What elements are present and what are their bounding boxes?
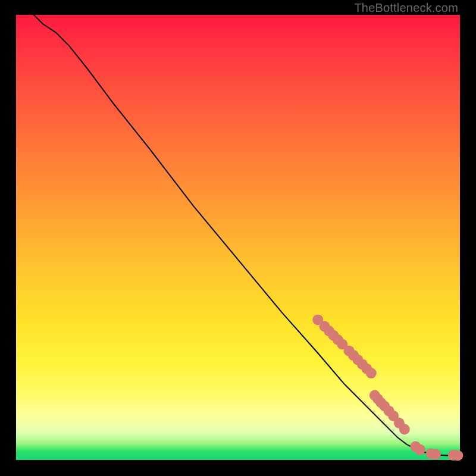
points-group bbox=[312, 314, 463, 461]
watermark-text: TheBottleneck.com bbox=[354, 1, 458, 15]
main-curve bbox=[34, 15, 460, 456]
data-point bbox=[366, 368, 377, 378]
curve-group bbox=[34, 15, 460, 456]
data-point bbox=[452, 450, 463, 461]
data-point bbox=[430, 449, 441, 460]
data-point bbox=[399, 424, 410, 434]
chart-frame: TheBottleneck.com bbox=[0, 0, 476, 476]
chart-overlay bbox=[16, 15, 460, 460]
data-point bbox=[415, 444, 425, 455]
